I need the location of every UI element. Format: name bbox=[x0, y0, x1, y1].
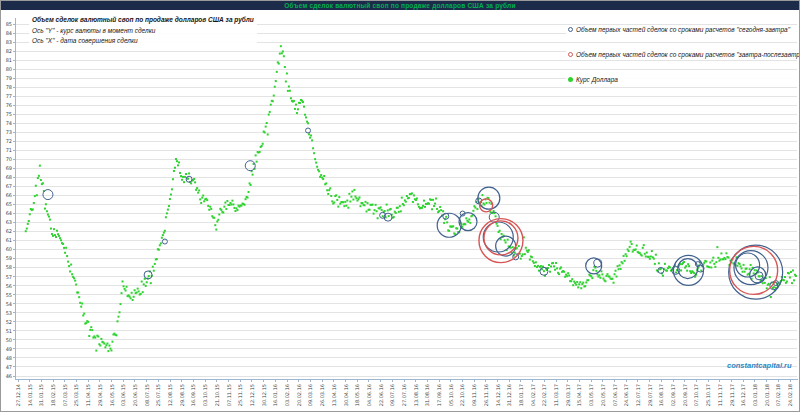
rate-point bbox=[281, 52, 283, 54]
x-tick-label: 07.06.17 bbox=[612, 384, 618, 406]
rate-point bbox=[720, 252, 722, 254]
rate-point bbox=[207, 205, 209, 207]
rate-point bbox=[375, 204, 377, 206]
rate-point bbox=[330, 195, 332, 197]
rate-point bbox=[577, 286, 579, 288]
rate-point bbox=[552, 262, 554, 264]
rate-point bbox=[165, 216, 167, 218]
rate-point bbox=[764, 282, 766, 284]
rate-point bbox=[766, 287, 768, 289]
watermark-link[interactable]: constantcapital.ru bbox=[727, 361, 792, 370]
rate-point bbox=[120, 303, 122, 305]
y-tick-label: 64 bbox=[6, 210, 12, 216]
rate-point bbox=[773, 286, 775, 288]
rate-point bbox=[448, 230, 450, 232]
rate-point bbox=[686, 270, 688, 272]
rate-point bbox=[68, 265, 70, 267]
x-tick-label: 13.04.16 bbox=[331, 384, 337, 406]
rate-point bbox=[234, 210, 236, 212]
rate-point bbox=[105, 344, 107, 346]
rate-point bbox=[188, 172, 190, 174]
x-tick-label: 07.11.15 bbox=[226, 384, 232, 406]
rate-point bbox=[153, 270, 155, 272]
rate-point bbox=[712, 257, 714, 259]
rate-point bbox=[87, 321, 89, 323]
rate-point bbox=[64, 252, 66, 254]
rate-point bbox=[654, 263, 656, 265]
rate-point bbox=[741, 267, 743, 269]
rate-point bbox=[119, 311, 121, 313]
volume-bubble-today-tomorrow bbox=[496, 236, 516, 256]
y-tick-label: 76 bbox=[6, 102, 12, 108]
rate-point bbox=[222, 211, 224, 213]
rate-point bbox=[528, 249, 530, 251]
rate-point bbox=[173, 170, 175, 172]
x-tick-label: 04.06.16 bbox=[366, 384, 372, 406]
rate-point bbox=[52, 235, 54, 237]
rate-point bbox=[333, 201, 335, 203]
rate-point bbox=[326, 189, 328, 191]
rate-point bbox=[592, 269, 594, 271]
rate-point bbox=[567, 272, 569, 274]
y-tick-label: 80 bbox=[6, 66, 12, 72]
rate-point bbox=[329, 187, 331, 189]
rate-point bbox=[556, 267, 558, 269]
rate-point bbox=[348, 193, 350, 195]
rate-point bbox=[568, 275, 570, 277]
rate-point bbox=[302, 101, 304, 103]
rate-point bbox=[357, 198, 359, 200]
rate-point bbox=[464, 223, 466, 225]
rate-point bbox=[79, 302, 81, 304]
rate-point bbox=[564, 276, 566, 278]
rate-point bbox=[520, 258, 522, 260]
rate-point bbox=[585, 281, 587, 283]
rate-point bbox=[504, 239, 506, 241]
rate-point bbox=[359, 205, 361, 207]
rate-point bbox=[372, 204, 374, 206]
rate-point bbox=[620, 268, 622, 270]
x-tick-label: 11.03.17 bbox=[553, 384, 559, 406]
rate-point bbox=[272, 100, 274, 102]
rate-point bbox=[275, 80, 277, 82]
rate-point bbox=[622, 262, 624, 264]
rate-point bbox=[553, 265, 555, 267]
rate-point bbox=[497, 225, 499, 227]
rate-point bbox=[261, 145, 263, 147]
rate-point bbox=[134, 289, 136, 291]
rate-point bbox=[750, 264, 752, 266]
x-tick-label: 16.09.15 bbox=[190, 384, 196, 406]
rate-point bbox=[644, 253, 646, 255]
rate-point bbox=[474, 207, 476, 209]
rate-point bbox=[266, 122, 268, 124]
rate-point bbox=[789, 276, 791, 278]
x-tick-label: 07.03.15 bbox=[62, 384, 68, 406]
rate-point bbox=[62, 243, 64, 245]
chart-window: Объем сделок валютный своп по продаже до… bbox=[0, 0, 800, 412]
y-tick-label: 84 bbox=[6, 30, 12, 36]
x-tick-label: 25.07.15 bbox=[155, 384, 161, 406]
x-tick-label: 05.10.16 bbox=[448, 384, 454, 406]
x-tick-label: 30.12.15 bbox=[261, 384, 267, 406]
rate-point bbox=[208, 209, 210, 211]
rate-point bbox=[618, 268, 620, 270]
legend-label: Объем первых частей сделок со сроками ра… bbox=[576, 51, 800, 58]
rate-point bbox=[641, 255, 643, 257]
y-tick-label: 66 bbox=[6, 192, 12, 198]
rate-point bbox=[320, 174, 322, 176]
y-tick-label: 56 bbox=[6, 283, 12, 289]
x-tick-label: 27.07.16 bbox=[401, 384, 407, 406]
rate-point bbox=[55, 236, 57, 238]
rate-point bbox=[285, 80, 287, 82]
rate-point bbox=[512, 246, 514, 248]
rate-point bbox=[683, 261, 685, 263]
rate-point bbox=[759, 275, 761, 277]
rate-point bbox=[397, 207, 399, 209]
rate-point bbox=[435, 198, 437, 200]
rate-point bbox=[705, 261, 707, 263]
rate-point bbox=[220, 209, 222, 211]
rate-point bbox=[384, 210, 386, 212]
rate-point bbox=[210, 208, 212, 210]
volume-bubble-today-tomorrow bbox=[43, 190, 53, 200]
rate-point bbox=[446, 221, 448, 223]
rate-point bbox=[225, 208, 227, 210]
